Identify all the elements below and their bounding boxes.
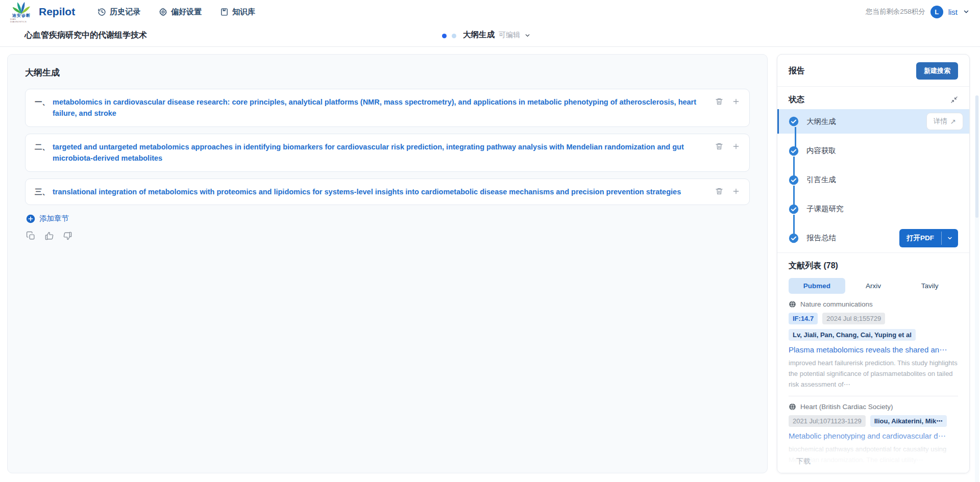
chevron-down-icon[interactable] [963, 8, 970, 15]
outline-heading: 大纲生成 [25, 67, 750, 79]
status-step-summary: 报告总结 打开PDF [789, 223, 958, 252]
status-step-content: 内容获取 [789, 136, 958, 165]
avatar[interactable]: L [930, 6, 943, 18]
chevron-down-icon [524, 32, 531, 39]
trash-icon[interactable] [715, 187, 723, 195]
tab-arxiv[interactable]: Arxiv [845, 278, 902, 294]
nav-item-history[interactable]: 历史记录 [97, 7, 140, 17]
pager-dot[interactable] [452, 34, 456, 38]
thumbs-up-icon[interactable] [44, 231, 54, 241]
nav-item-knowledge-base[interactable]: 知识库 [220, 7, 255, 17]
status-step-label: 大纲生成 [806, 117, 836, 126]
outline-item-number: 一、 [35, 96, 50, 119]
stage-status: 可编辑 [499, 31, 520, 40]
outline-item-text: translational integration of metabolomic… [53, 186, 715, 197]
paper-title-link[interactable]: Plasma metabolomics reveals the shared a… [789, 345, 958, 354]
tab-tavily[interactable]: Tavily [901, 278, 958, 294]
divider [777, 252, 969, 253]
badges-row: 2021 Jul;1071123-1129 Iliou, Aikaterini,… [789, 415, 958, 427]
open-pdf-label: 打开PDF [899, 229, 941, 247]
outline-item-actions [715, 187, 740, 195]
impact-factor-badge: IF:14.7 [789, 313, 818, 324]
literature-item-1: Nature communications IF:14.7 2024 Jul 8… [789, 300, 958, 390]
check-circle-icon [789, 116, 799, 126]
report-header: 报告 新建搜索 [789, 55, 958, 86]
app-title: Repilot [39, 6, 75, 18]
nav-item-preferences[interactable]: 偏好设置 [159, 7, 202, 17]
download-label[interactable]: 下载 [796, 457, 811, 466]
open-pdf-button[interactable]: 打开PDF [899, 229, 958, 247]
status-step-label: 子课题研究 [806, 204, 844, 214]
outline-item-1[interactable]: 一、 metabolomics in cardiovascular diseas… [25, 89, 750, 127]
globe-icon [789, 300, 796, 308]
plus-icon[interactable] [732, 142, 740, 150]
collapse-icon[interactable] [950, 96, 958, 104]
check-circle-icon [789, 146, 799, 156]
nav-item-label: 历史记录 [110, 7, 140, 17]
nav-item-label: 偏好设置 [171, 7, 202, 17]
add-chapter-button[interactable]: 添加章节 [26, 214, 750, 223]
check-circle-icon [789, 204, 799, 214]
report-title: 报告 [789, 66, 805, 77]
pager-dot-active[interactable] [442, 34, 447, 38]
credits-remaining: 您当前剩余258积分 [866, 7, 925, 16]
trash-icon[interactable] [715, 142, 723, 150]
outline-feedback-toolbar [26, 231, 750, 241]
status-step-subtopics: 子课题研究 [789, 194, 958, 223]
stage-selector[interactable]: 大纲生成 可编辑 [463, 30, 531, 40]
journal-row: Heart (British Cardiac Society) [789, 403, 958, 411]
scrollbar-thumb[interactable] [975, 95, 978, 218]
add-chapter-label: 添加章节 [39, 214, 69, 223]
status-header: 状态 [789, 94, 958, 105]
authors-row: Lv, Jiali, Pan, Chang, Cai, Yuping et al [789, 329, 958, 341]
detail-button-label: 详情 [934, 117, 947, 126]
thumbs-down-icon[interactable] [63, 231, 72, 241]
authors-badge: Lv, Jiali, Pan, Chang, Cai, Yuping et al [789, 329, 916, 341]
logo-caption: 迪安诊断 [12, 14, 31, 18]
stage-label: 大纲生成 [463, 30, 495, 40]
outline-item-actions [715, 142, 740, 150]
pdf-dropdown-toggle[interactable] [942, 229, 958, 247]
scrollbar-track[interactable] [975, 95, 979, 482]
subheader: 心血管疾病研究中的代谢组学技术 大纲生成 可编辑 [0, 23, 980, 47]
check-circle-icon [789, 175, 799, 185]
check-circle-icon [789, 233, 799, 243]
new-search-button[interactable]: 新建搜索 [916, 62, 958, 80]
chevron-down-icon [947, 235, 953, 241]
history-icon [97, 8, 106, 16]
status-step-label: 内容获取 [806, 146, 836, 156]
outline-item-text: metabolomics in cardiovascular disease r… [53, 96, 715, 119]
trash-icon[interactable] [715, 97, 723, 106]
outline-item-3[interactable]: 三、 translational integration of metabolo… [25, 179, 750, 205]
list-bottom-fade: 下载 [777, 429, 969, 473]
copy-icon[interactable] [26, 231, 36, 241]
journal-name: Heart (British Cardiac Society) [800, 403, 893, 411]
date-badge: 2021 Jul;1071123-1129 [789, 415, 866, 427]
gear-icon [159, 8, 167, 16]
report-panel: 报告 新建搜索 状态 大纲生成 详情 [777, 54, 970, 473]
company-logo: 迪安诊断 DIAN DIAGNOSTICS [10, 1, 33, 23]
authors-badge: Iliou, Aikaterini, Mik⋯ [870, 415, 947, 427]
plus-icon[interactable] [732, 187, 740, 195]
outline-item-text: targeted and untargeted metabolomics app… [53, 141, 715, 164]
journal-row: Nature communications [789, 300, 958, 308]
plus-icon[interactable] [732, 97, 740, 106]
journal-name: Nature communications [800, 300, 873, 308]
app-window: 迪安诊断 DIAN DIAGNOSTICS Repilot 历史记录 偏好设置 [0, 0, 980, 482]
nav-item-label: 知识库 [232, 7, 255, 17]
tab-pubmed[interactable]: Pubmed [789, 278, 845, 294]
outline-panel: 大纲生成 一、 metabolomics in cardiovascular d… [7, 54, 768, 473]
logo-fan-icon [13, 1, 30, 14]
detail-button[interactable]: 详情 ↗ [926, 113, 963, 130]
plus-circle-icon [26, 214, 35, 223]
external-link-icon: ↗ [950, 117, 956, 125]
outline-item-2[interactable]: 二、 targeted and untargeted metabolomics … [25, 134, 750, 172]
status-step-label: 引言生成 [806, 175, 836, 185]
status-steps: 大纲生成 详情 ↗ 内容获取 引言生成 [789, 109, 958, 252]
status-step-outline: 大纲生成 详情 ↗ [777, 109, 969, 134]
status-step-intro: 引言生成 [789, 165, 958, 194]
badges-row: IF:14.7 2024 Jul 8;155729 [789, 313, 958, 324]
username[interactable]: list [948, 8, 958, 16]
top-nav-bar: 迪安诊断 DIAN DIAGNOSTICS Repilot 历史记录 偏好设置 [0, 0, 980, 23]
book-icon [220, 8, 229, 16]
